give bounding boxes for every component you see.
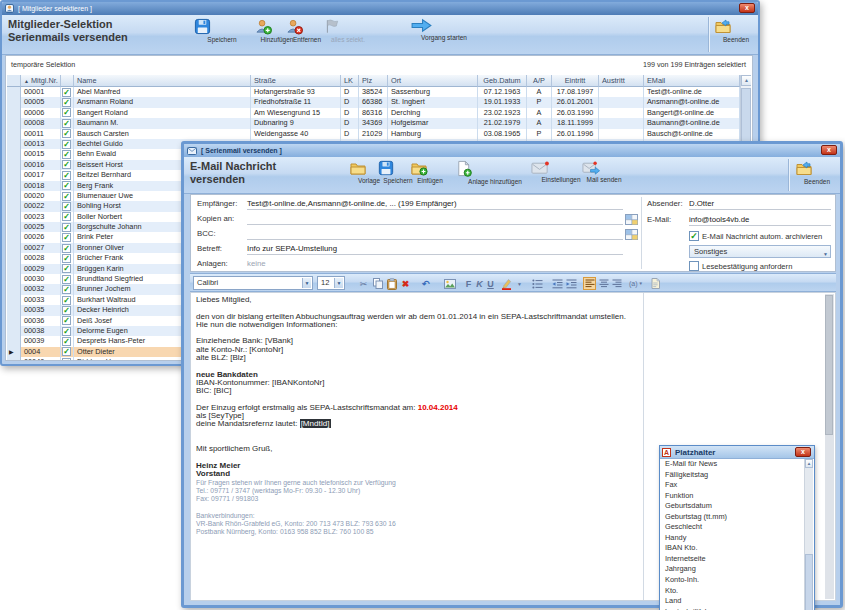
platzhalter-item[interactable]: Geburtsdatum — [661, 501, 804, 512]
platzhalter-item[interactable]: Handy — [661, 533, 804, 544]
table-row[interactable]: 00008✓Baumann M.Dubnaring 9D34369Hofgeis… — [7, 118, 751, 128]
platzhalter-item[interactable]: E-Mail für News — [661, 459, 804, 470]
checkbox-checked-icon[interactable]: ✓ — [62, 171, 71, 180]
checkbox-checked-icon[interactable]: ✓ — [62, 181, 71, 190]
checkbox-checked-icon[interactable]: ✓ — [62, 296, 71, 305]
chevron-down-icon[interactable]: ▼ — [516, 277, 523, 290]
header-ort[interactable]: Ort — [388, 75, 478, 87]
table-row[interactable]: 00001✓Abel ManfredHofangerstraße 93D3852… — [7, 87, 751, 97]
mail-close-button[interactable]: x — [821, 145, 837, 155]
platzhalter-item[interactable]: Fax — [661, 480, 804, 491]
checkbox-checked-icon[interactable]: ✓ — [62, 347, 71, 356]
header-eintritt[interactable]: Eintritt — [552, 75, 599, 87]
indent-icon[interactable] — [565, 277, 578, 290]
scrollbar-thumb[interactable] — [825, 295, 833, 435]
align-center-icon[interactable] — [597, 277, 610, 290]
mail-body-editor[interactable]: Liebes Mitglied, den von dir bislang ert… — [190, 292, 836, 601]
table-row[interactable]: 00005✓Ansmann RolandFriedhofstraße 11D66… — [7, 97, 751, 107]
category-dropdown[interactable]: Sonstiges ▼ — [689, 245, 831, 258]
checkbox-checked-icon[interactable]: ✓ — [62, 223, 71, 232]
font-select[interactable]: Calibri ▼ — [193, 276, 313, 290]
cc-field[interactable] — [247, 215, 623, 225]
delete-icon[interactable]: ✖ — [399, 277, 412, 290]
remove-member-button[interactable]: Entfernen — [286, 18, 328, 43]
table-row[interactable]: 00006✓Bangert RolandAm Wiesengrund 15D86… — [7, 108, 751, 118]
header-checkbox[interactable] — [61, 75, 74, 87]
checkbox-checked-icon[interactable]: ✓ — [62, 88, 71, 97]
platzhalter-item[interactable]: Internetseite — [661, 554, 804, 565]
send-mail-button[interactable]: Mail senden — [582, 160, 626, 183]
platzhalter-scrollbar[interactable]: ▲ ▼ — [804, 459, 813, 610]
align-left-icon[interactable] — [583, 277, 596, 290]
checkbox-checked-icon[interactable]: ✓ — [62, 285, 71, 294]
undo-icon[interactable]: ↶ — [419, 277, 432, 290]
header-name[interactable]: Name — [74, 75, 251, 87]
platzhalter-item[interactable]: Konto-Inh. — [661, 575, 804, 586]
checkbox-checked-icon[interactable]: ✓ — [62, 140, 71, 149]
font-color-icon[interactable] — [499, 277, 515, 290]
archive-checkbox[interactable]: ✓ — [689, 231, 699, 241]
checkbox-checked-icon[interactable]: ✓ — [62, 337, 71, 346]
platzhalter-item[interactable]: Geschlecht — [661, 522, 804, 533]
scroll-up-icon[interactable]: ▲ — [741, 75, 751, 86]
checkbox-checked-icon[interactable]: ✓ — [62, 358, 71, 360]
header-email[interactable]: EMail — [644, 75, 740, 87]
save-button[interactable]: Speichern — [194, 18, 250, 43]
scrollbar-thumb[interactable] — [805, 554, 813, 610]
header-mitglnr[interactable]: ▲ Mitgl.Nr. — [21, 75, 61, 87]
checkbox-checked-icon[interactable]: ✓ — [62, 160, 71, 169]
member-window-titlebar[interactable]: [ Mitglieder selektieren ] x — [2, 2, 758, 15]
platzhalter-item[interactable]: Jahrgang — [661, 564, 804, 575]
editor-scrollbar[interactable] — [825, 294, 834, 599]
platzhalter-item[interactable]: Land — [661, 596, 804, 607]
platzhalter-close-button[interactable]: x — [795, 447, 811, 457]
table-row[interactable]: 00011✓Bausch CarstenWeidengasse 40D21029… — [7, 129, 751, 139]
checkbox-checked-icon[interactable]: ✓ — [62, 275, 71, 284]
mail-exit-button[interactable]: Beenden — [795, 160, 839, 185]
scroll-up-icon[interactable]: ▲ — [805, 459, 813, 468]
insert-button[interactable]: Einfügen — [410, 160, 450, 184]
platzhalter-item[interactable]: IBAN Kto. — [661, 543, 804, 554]
add-attachment-button[interactable]: Anlage hinzufügen — [455, 160, 535, 185]
mail-window-titlebar[interactable]: [ Serienmail versenden ] x — [184, 144, 840, 157]
checkbox-checked-icon[interactable]: ✓ — [62, 254, 71, 263]
checkbox-checked-icon[interactable]: ✓ — [62, 306, 71, 315]
list-icon[interactable] — [531, 277, 544, 290]
header-ap[interactable]: A/P — [527, 75, 552, 87]
image-icon[interactable] — [443, 277, 456, 290]
header-gebdatum[interactable]: Geb.Datum — [478, 75, 527, 87]
address-book-icon[interactable] — [625, 229, 638, 240]
checkbox-checked-icon[interactable]: ✓ — [62, 327, 71, 336]
checkbox-checked-icon[interactable]: ✓ — [62, 150, 71, 159]
checkbox-checked-icon[interactable]: ✓ — [62, 108, 71, 117]
platzhalter-item[interactable]: Lastschriftfolge — [661, 607, 804, 610]
select-all-button[interactable]: alles selekt. — [323, 18, 373, 43]
source-page-icon[interactable] — [649, 277, 662, 290]
cut-icon[interactable]: ✂ — [357, 277, 370, 290]
member-exit-button[interactable]: Beenden — [714, 18, 758, 43]
header-plz[interactable]: Plz — [359, 75, 388, 87]
outdent-icon[interactable] — [551, 277, 564, 290]
paste-icon[interactable] — [385, 277, 398, 290]
address-book-icon[interactable] — [625, 214, 638, 225]
checkbox-checked-icon[interactable]: ✓ — [62, 98, 71, 107]
checkbox-checked-icon[interactable]: ✓ — [62, 316, 71, 325]
checkbox-checked-icon[interactable]: ✓ — [62, 129, 71, 138]
start-process-button[interactable]: Vorgang starten — [410, 18, 478, 41]
platzhalter-item[interactable]: Funktion — [661, 491, 804, 502]
placeholder-menu-icon[interactable]: (a)▼ — [627, 277, 645, 290]
platzhalter-item[interactable]: Fälligkeitstag — [661, 470, 804, 481]
platzhalter-item[interactable]: Kto. — [661, 586, 804, 597]
bcc-field[interactable] — [247, 230, 623, 240]
checkbox-checked-icon[interactable]: ✓ — [62, 119, 71, 128]
checkbox-checked-icon[interactable]: ✓ — [62, 212, 71, 221]
header-austritt[interactable]: Austritt — [599, 75, 644, 87]
checkbox-checked-icon[interactable]: ✓ — [62, 244, 71, 253]
checkbox-checked-icon[interactable]: ✓ — [62, 202, 71, 211]
font-size-select[interactable]: 12 ▼ — [317, 276, 345, 290]
checkbox-checked-icon[interactable]: ✓ — [62, 233, 71, 242]
checkbox-checked-icon[interactable]: ✓ — [62, 264, 71, 273]
underline-button[interactable]: U — [484, 277, 497, 290]
header-lk[interactable]: LK — [341, 75, 359, 87]
platzhalter-item[interactable]: Geburtstag (tt.mm) — [661, 512, 804, 523]
